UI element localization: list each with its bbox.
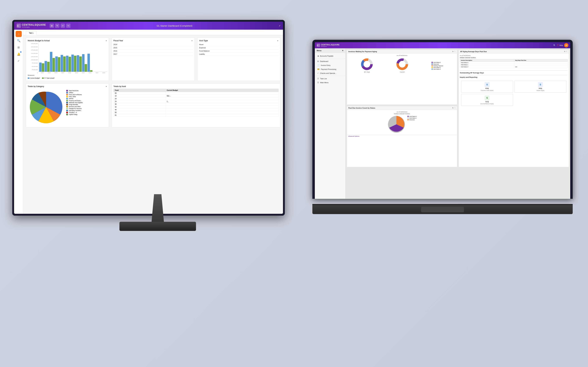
legend-budget-label: Current Budget* (30, 77, 40, 79)
menu-main-menu[interactable]: ☰ Main Menu (315, 81, 345, 84)
inquiry-card-peiq[interactable]: S PEIQ Vendor Inquiry (514, 81, 566, 93)
task-list-label: Task List (320, 78, 327, 80)
table-row[interactable]: 30 (114, 103, 278, 106)
logo-sub: Technologies (22, 26, 46, 28)
expand-icon[interactable]: ⤢ (279, 25, 281, 27)
legend-dot-budget (28, 77, 30, 79)
outstanding-section: Outstanding AP Average Days (460, 70, 568, 74)
fy-item-2015[interactable]: 2015 (113, 46, 193, 49)
acct-liability[interactable]: Liability (199, 53, 278, 56)
fiscal-filter-icon[interactable]: ▼ (191, 40, 193, 42)
table-row[interactable]: 61 (114, 114, 278, 117)
table-row[interactable]: 32 (114, 106, 278, 108)
legend-fees: Fees, Other (66, 96, 83, 97)
panel-settings-ap[interactable]: ⋮ (566, 51, 567, 52)
panel-refresh-past-due[interactable]: ↻ (452, 107, 454, 109)
acct-fund-balance[interactable]: Fund Balance (199, 49, 278, 53)
peiq-icon: S (538, 82, 543, 87)
past-due-panel: Past Due Invoice Count by Status ↻ ⋮ As … (347, 106, 457, 167)
header-icon-redo[interactable]: ↪ (66, 24, 70, 28)
inquiry-card-gliq[interactable]: S GLIQ Account Balance Inquiry (461, 94, 513, 106)
legend-past-reversed: Reversed (407, 119, 417, 120)
past-due-legend: Hold Status 0 Hold Status 1 (407, 116, 417, 133)
sidebar-search[interactable]: 🔍 (16, 38, 22, 44)
bar-2018-budget (61, 55, 63, 72)
bar-2015-budget (44, 61, 47, 72)
acct-expense[interactable]: Expense (199, 46, 278, 49)
header-icon-undo[interactable]: ↩ (61, 24, 65, 28)
tab-1[interactable]: Tab 1 (26, 31, 37, 35)
table-row[interactable]: 50 (114, 111, 278, 114)
menu-task-list[interactable]: ☑ Task List (315, 77, 345, 81)
table-row[interactable]: Hold Status 2 116 (460, 66, 568, 68)
legend-color-state-revenues (66, 90, 68, 92)
panel-actions-1: ↻ ⋮ (452, 51, 456, 52)
help-button[interactable]: ❓ Help (557, 44, 563, 46)
legend-awaiting: Awaiting Payment (432, 65, 443, 67)
payment-processing-label: Payment Processing (321, 68, 336, 70)
desktop-monitor: C CENTRALSQUARE Technologies ⊞ ✎ ↩ ↪ GL … (12, 20, 303, 249)
menu-checks[interactable]: ✓ Checks and Special... (315, 71, 345, 75)
past-due-title: Past Due Invoice Count by Status (348, 107, 375, 109)
sidebar-grid[interactable]: ⊞ (16, 44, 22, 50)
table-row[interactable]: 10562... (114, 95, 278, 97)
table-row[interactable]: Hold Status 1 (460, 64, 568, 66)
fy-item-2017[interactable]: 2017 (113, 53, 193, 56)
advanced-options-link[interactable]: Advanced Options (347, 135, 457, 138)
menu-payment-processing[interactable]: 💳 Payment Processing (315, 67, 345, 71)
bar-group-2023 (87, 54, 93, 72)
ap-vendor-label: Multiple Selected Vendors (460, 57, 568, 58)
legend-charges: Charges for Services (66, 108, 83, 109)
bar-group-2016 (50, 52, 55, 72)
bar-2021-budget (77, 55, 79, 72)
user-avatar[interactable]: JH (564, 43, 568, 47)
sidebar-check[interactable]: ✓ (16, 58, 22, 64)
legend-color-utilities (66, 92, 68, 93)
legend-state-revenues: State Revenues (66, 90, 83, 92)
sidebar-notifications[interactable]: 🔔 (16, 51, 22, 57)
table-row[interactable]: Hold Status 0 (460, 62, 568, 64)
fiscal-year-label: Fiscal Year (113, 40, 123, 42)
gliq-desc: Account Balance Inquiry (481, 103, 494, 104)
checks-icon: ✓ (317, 72, 319, 74)
legend-hold-3: Hold Status 3 (432, 67, 443, 68)
filter-icon[interactable]: ▼ (105, 40, 107, 42)
fy-item-2016[interactable]: 2016 (113, 49, 193, 53)
menu-dashboard[interactable]: ⊞ Dashboard (315, 59, 345, 63)
panel-refresh-1[interactable]: ↻ (452, 51, 454, 52)
legend-services: Services and Other (66, 106, 83, 107)
ap-aging-table: Invoice Description Avg Days Past Due Ho… (460, 59, 568, 68)
menu-header: Menu ✕ (315, 48, 345, 53)
panel-settings-1[interactable]: ⋮ (454, 51, 456, 52)
panel-settings-past-due[interactable]: ⋮ (454, 107, 456, 109)
inquiry-title: Inquiry and Reporting (460, 76, 568, 78)
header-icon-grid[interactable]: ⊞ (50, 24, 54, 28)
svg-point-9 (364, 61, 370, 67)
menu-accounts-payable[interactable]: ◀ Accounts Payable (315, 54, 345, 58)
table-row[interactable]: 00 (114, 92, 278, 95)
menu-invoice-entry[interactable]: 📄 Invoice Entry (315, 63, 345, 67)
widget-title-category: Totals by Category ▼ (28, 85, 107, 87)
menu-label: Menu (317, 50, 321, 52)
menu-close-icon[interactable]: ✕ (342, 50, 344, 52)
inquiry-card-poiq[interactable]: S POIQ Purchase Order Inquiry (461, 81, 513, 93)
bar-2019-actual (69, 57, 71, 72)
category-filter-icon[interactable]: ▼ (105, 86, 107, 87)
header-icon-edit[interactable]: ✎ (55, 24, 60, 28)
table-row[interactable]: 241... (114, 100, 278, 103)
sidebar-home[interactable]: ⌂ (16, 31, 22, 37)
ap-aging-panel: AP Aging Average Days Past Due ↻ ⋮ As Of… (458, 50, 569, 167)
widget-title-historic: Historic Budget to Actual ▼ (28, 40, 107, 42)
gliq-code: GLIQ (485, 101, 489, 102)
past-due-pie (387, 115, 406, 133)
table-row[interactable]: 23 (114, 97, 278, 100)
bar-2014-budget (39, 63, 42, 72)
acct-filter-icon[interactable]: ▼ (277, 40, 278, 42)
panel-refresh-ap[interactable]: ↻ (564, 51, 565, 52)
search-icon[interactable]: 🔍 (553, 44, 555, 46)
ap-col-days: Avg Days Past Due (514, 59, 568, 62)
fy-item-2014[interactable]: 2014 (113, 43, 193, 46)
accounts-payable-label: Accounts Payable (320, 55, 333, 57)
acct-asset[interactable]: Asset (199, 43, 278, 46)
table-row[interactable]: 40 (114, 108, 278, 111)
